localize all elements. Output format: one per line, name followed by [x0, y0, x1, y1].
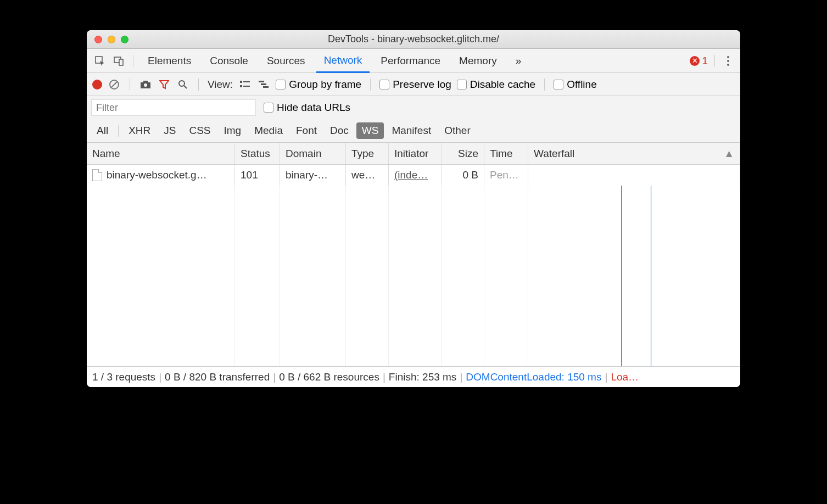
col-initiator[interactable]: Initiator: [389, 143, 442, 164]
hide-data-urls-label: Hide data URLs: [277, 102, 350, 114]
dcl-marker: [621, 186, 622, 366]
filter-manifest[interactable]: Manifest: [386, 122, 437, 139]
tab-console[interactable]: Console: [202, 49, 256, 73]
filter-input[interactable]: [91, 99, 256, 116]
waterfall-view-icon[interactable]: [257, 78, 270, 91]
col-time[interactable]: Time: [484, 143, 528, 164]
cell-size: 0 B: [442, 165, 484, 186]
svg-rect-11: [243, 81, 250, 82]
cell-type: we…: [346, 165, 389, 186]
requests-table: Name Status Domain Type Initiator Size T…: [87, 143, 740, 366]
svg-rect-2: [119, 59, 123, 65]
filter-all[interactable]: All: [91, 122, 114, 139]
filter-xhr[interactable]: XHR: [123, 122, 156, 139]
checkbox-icon: [554, 80, 563, 89]
svg-rect-12: [240, 85, 242, 87]
filter-bar: Hide data URLs All XHR JS CSS Img Media …: [87, 96, 740, 143]
load-marker: [651, 186, 652, 366]
cell-initiator[interactable]: (inde…: [389, 165, 442, 186]
filter-other[interactable]: Other: [439, 122, 476, 139]
table-header: Name Status Domain Type Initiator Size T…: [87, 143, 740, 165]
large-rows-icon[interactable]: [238, 78, 252, 91]
separator: [198, 79, 199, 91]
filter-ws[interactable]: WS: [356, 122, 384, 139]
error-icon: ✕: [690, 56, 700, 66]
status-bar: 1 / 3 requests | 0 B / 820 B transferred…: [87, 366, 740, 387]
inspect-element-icon[interactable]: [92, 53, 108, 69]
kebab-menu-icon[interactable]: [722, 56, 735, 66]
view-label: View:: [208, 79, 233, 91]
status-resources: 0 B / 662 B resources: [279, 371, 379, 383]
separator: [544, 79, 545, 91]
separator: [714, 55, 715, 67]
titlebar: DevTools - binary-websocket.glitch.me/: [87, 30, 740, 49]
checkbox-icon: [457, 80, 467, 89]
search-icon[interactable]: [176, 78, 189, 91]
error-counter[interactable]: ✕ 1: [690, 55, 708, 67]
status-requests: 1 / 3 requests: [92, 371, 155, 383]
minimize-window-button[interactable]: [108, 36, 115, 43]
tab-elements[interactable]: Elements: [140, 49, 199, 73]
checkbox-icon: [379, 80, 389, 89]
svg-point-7: [144, 83, 147, 87]
clear-icon[interactable]: [108, 78, 121, 91]
status-load: Loa…: [611, 371, 639, 383]
cell-status: 101: [235, 165, 280, 186]
cell-name: binary-websocket.g…: [87, 165, 235, 186]
table-row[interactable]: binary-websocket.g… 101 binary-… we… (in…: [87, 165, 740, 186]
screenshot-icon[interactable]: [139, 78, 152, 91]
disable-cache-checkbox[interactable]: Disable cache: [457, 79, 535, 91]
disable-cache-label: Disable cache: [470, 79, 535, 91]
col-type[interactable]: Type: [346, 143, 389, 164]
checkbox-icon: [264, 103, 273, 113]
col-waterfall[interactable]: Waterfall ▲: [528, 143, 740, 164]
cell-time: Pen…: [484, 165, 528, 186]
tab-network[interactable]: Network: [316, 49, 370, 73]
close-window-button[interactable]: [94, 36, 102, 43]
separator: [370, 79, 371, 91]
filter-js[interactable]: JS: [158, 122, 181, 139]
table-body: binary-websocket.g… 101 binary-… we… (in…: [87, 165, 740, 366]
preserve-log-checkbox[interactable]: Preserve log: [379, 79, 451, 91]
col-name[interactable]: Name: [87, 143, 235, 164]
zoom-window-button[interactable]: [121, 36, 128, 43]
filter-css[interactable]: CSS: [183, 122, 216, 139]
device-toolbar-icon[interactable]: [111, 53, 126, 69]
window-title: DevTools - binary-websocket.glitch.me/: [87, 33, 740, 45]
svg-rect-6: [143, 81, 148, 83]
svg-point-8: [179, 81, 185, 86]
hide-data-urls-checkbox[interactable]: Hide data URLs: [264, 102, 350, 114]
preserve-log-label: Preserve log: [393, 79, 451, 91]
filter-img[interactable]: Img: [219, 122, 247, 139]
offline-checkbox[interactable]: Offline: [554, 79, 597, 91]
checkbox-icon: [276, 80, 286, 89]
record-button[interactable]: [92, 80, 102, 89]
document-icon: [92, 169, 102, 181]
svg-line-4: [111, 81, 118, 88]
filter-icon[interactable]: [158, 78, 171, 91]
svg-rect-15: [261, 83, 266, 85]
tab-overflow[interactable]: »: [508, 49, 529, 73]
status-dcl: DOMContentLoaded: 150 ms: [466, 371, 601, 383]
filter-doc[interactable]: Doc: [325, 122, 354, 139]
svg-rect-14: [259, 81, 264, 82]
filter-font[interactable]: Font: [290, 122, 322, 139]
sort-asc-icon: ▲: [724, 148, 734, 160]
group-by-frame-checkbox[interactable]: Group by frame: [276, 79, 361, 91]
cell-domain: binary-…: [280, 165, 346, 186]
error-count: 1: [702, 55, 708, 67]
filter-media[interactable]: Media: [249, 122, 288, 139]
svg-rect-16: [263, 86, 269, 88]
status-finish: Finish: 253 ms: [389, 371, 457, 383]
tab-performance[interactable]: Performance: [373, 49, 448, 73]
tab-sources[interactable]: Sources: [259, 49, 313, 73]
group-by-frame-label: Group by frame: [289, 79, 361, 91]
col-size[interactable]: Size: [442, 143, 484, 164]
separator: [130, 79, 130, 91]
status-transferred: 0 B / 820 B transferred: [165, 371, 270, 383]
type-filters: All XHR JS CSS Img Media Font Doc WS Man…: [87, 119, 740, 142]
tab-memory[interactable]: Memory: [451, 49, 505, 73]
col-status[interactable]: Status: [235, 143, 280, 164]
col-domain[interactable]: Domain: [280, 143, 346, 164]
offline-label: Offline: [567, 79, 597, 91]
